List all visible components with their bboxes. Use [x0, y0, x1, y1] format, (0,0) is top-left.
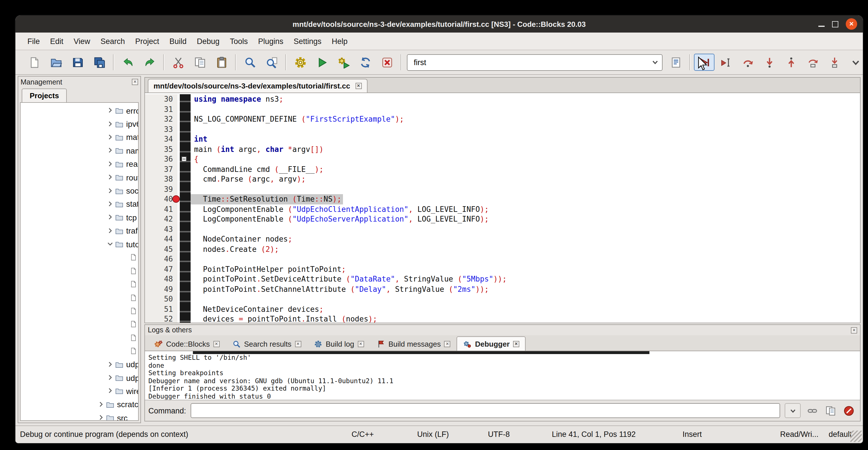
- tree-item-nam[interactable]: nam: [21, 144, 138, 157]
- chevron-right-icon[interactable]: [107, 147, 115, 154]
- code-text[interactable]: PointToPointHelper pointToPoint;: [191, 264, 346, 274]
- line-number[interactable]: 43: [145, 224, 178, 234]
- tab-close-button[interactable]: ×: [444, 341, 451, 347]
- tree-item-six[interactable]: six: [21, 331, 138, 344]
- tree-item-real[interactable]: real: [21, 157, 138, 171]
- build-target-select[interactable]: first: [407, 54, 662, 70]
- menu-view[interactable]: View: [68, 34, 95, 48]
- menu-settings[interactable]: Settings: [288, 34, 327, 48]
- code-line[interactable]: 41 LogComponentEnable ("UdpEchoClientApp…: [145, 204, 860, 214]
- tab-search-results[interactable]: Search results×: [226, 336, 307, 351]
- chevron-right-icon[interactable]: [107, 133, 115, 141]
- tree-item-se[interactable]: se: [21, 304, 138, 318]
- code-text[interactable]: [191, 104, 194, 114]
- line-number[interactable]: 42: [145, 214, 178, 224]
- run-to-cursor-button[interactable]: [716, 54, 736, 71]
- command-dropdown-button[interactable]: [785, 403, 801, 418]
- code-text[interactable]: using namespace ns3;: [191, 94, 283, 104]
- line-number[interactable]: 45: [145, 244, 178, 254]
- tab-close-button[interactable]: ×: [295, 341, 301, 347]
- tree-item-he[interactable]: he: [21, 291, 138, 304]
- code-line[interactable]: 36{: [145, 154, 860, 164]
- code-text[interactable]: devices = pointToPoint.Install (nodes);: [191, 314, 377, 323]
- chevron-right-icon[interactable]: [107, 174, 115, 181]
- cut-button[interactable]: [168, 54, 188, 71]
- code-line[interactable]: 42 LogComponentEnable ("UdpEchoServerApp…: [145, 214, 860, 224]
- code-line[interactable]: 39: [145, 184, 860, 194]
- resize-grip[interactable]: [850, 430, 862, 442]
- code-text[interactable]: Time::SetResolution (Time::NS);: [191, 194, 343, 204]
- code-editor[interactable]: 30using namespace ns3;3132NS_LOG_COMPONE…: [144, 92, 861, 323]
- code-text[interactable]: int: [191, 134, 208, 144]
- chevron-right-icon[interactable]: [107, 187, 115, 194]
- toolbar-overflow-button[interactable]: [845, 54, 866, 71]
- build-and-run-button[interactable]: [333, 54, 354, 71]
- maximize-button[interactable]: [832, 21, 838, 27]
- build-target-button[interactable]: [665, 54, 686, 71]
- line-number[interactable]: 47: [145, 264, 178, 274]
- undo-button[interactable]: [118, 54, 138, 71]
- code-line[interactable]: 38 cmd.Parse (argc, argv);: [145, 174, 860, 184]
- code-text[interactable]: [191, 184, 194, 194]
- code-text[interactable]: NS_LOG_COMPONENT_DEFINE ("FirstScriptExa…: [191, 114, 404, 124]
- tree-item-sock[interactable]: sock: [21, 184, 138, 198]
- menu-tools[interactable]: Tools: [224, 34, 253, 48]
- code-line[interactable]: 48 pointToPoint.SetDeviceAttribute ("Dat…: [145, 274, 860, 284]
- menu-plugins[interactable]: Plugins: [253, 34, 288, 48]
- chevron-right-icon[interactable]: [107, 374, 115, 382]
- attach-icon[interactable]: [805, 404, 819, 417]
- abort-button[interactable]: [377, 54, 397, 71]
- menu-project[interactable]: Project: [130, 34, 164, 48]
- tree-item-rout[interactable]: rout: [21, 171, 138, 184]
- step-out-button[interactable]: [781, 54, 801, 71]
- chevron-right-icon[interactable]: [107, 214, 115, 221]
- breakpoint-marker[interactable]: [172, 195, 180, 203]
- next-line-button[interactable]: [737, 54, 758, 71]
- chevron-right-icon[interactable]: [107, 387, 115, 395]
- management-close-button[interactable]: ×: [132, 79, 138, 85]
- tree-item-udp[interactable]: udp-: [21, 371, 138, 385]
- code-line[interactable]: 30using namespace ns3;: [145, 94, 860, 104]
- command-input[interactable]: [191, 403, 780, 418]
- chevron-right-icon[interactable]: [107, 201, 115, 208]
- line-number[interactable]: 33: [145, 124, 178, 134]
- line-number[interactable]: 50: [145, 294, 178, 304]
- tab-projects[interactable]: Projects: [22, 89, 67, 102]
- line-number[interactable]: 44: [145, 234, 178, 244]
- logs-close-button[interactable]: ×: [851, 327, 857, 333]
- code-text[interactable]: cmd.Parse (argc, argv);: [191, 174, 306, 184]
- copy-button[interactable]: [189, 54, 210, 71]
- paste-button[interactable]: [211, 54, 232, 71]
- code-text[interactable]: pointToPoint.SetChannelAttribute ("Delay…: [191, 284, 489, 294]
- line-number[interactable]: 36: [145, 154, 178, 164]
- line-number[interactable]: 37: [145, 164, 178, 174]
- code-line[interactable]: 40 Time::SetResolution (Time::NS);: [145, 194, 860, 204]
- code-line[interactable]: 32NS_LOG_COMPONENT_DEFINE ("FirstScriptE…: [145, 114, 860, 124]
- new-file-button[interactable]: [24, 54, 44, 71]
- code-line[interactable]: 44 NodeContainer nodes;: [145, 234, 860, 244]
- chevron-right-icon[interactable]: [107, 361, 115, 368]
- line-number[interactable]: 39: [145, 184, 178, 194]
- code-line[interactable]: 33: [145, 124, 860, 134]
- tree-item-mat[interactable]: mat: [21, 131, 138, 144]
- code-line[interactable]: 34int: [145, 134, 860, 144]
- code-line[interactable]: 43: [145, 224, 860, 234]
- chevron-right-icon[interactable]: [107, 120, 115, 128]
- code-text[interactable]: [191, 294, 194, 304]
- copy-icon[interactable]: [824, 404, 837, 417]
- line-number[interactable]: 38: [145, 174, 178, 184]
- fold-marker[interactable]: [182, 156, 187, 161]
- code-line[interactable]: 47 PointToPointHelper pointToPoint;: [145, 264, 860, 274]
- code-text[interactable]: NodeContainer nodes;: [191, 234, 292, 244]
- chevron-right-icon[interactable]: [98, 414, 106, 421]
- code-line[interactable]: 31: [145, 104, 860, 114]
- find-button[interactable]: [240, 54, 260, 71]
- tree-item-trafi[interactable]: trafi: [21, 224, 138, 238]
- line-number[interactable]: 46: [145, 254, 178, 264]
- close-button[interactable]: ×: [846, 18, 857, 30]
- open-file-button[interactable]: [45, 54, 66, 71]
- tab-build-log[interactable]: Build log×: [307, 336, 370, 351]
- line-number[interactable]: 51: [145, 304, 178, 314]
- menu-help[interactable]: Help: [327, 34, 353, 48]
- code-text[interactable]: {: [191, 154, 198, 164]
